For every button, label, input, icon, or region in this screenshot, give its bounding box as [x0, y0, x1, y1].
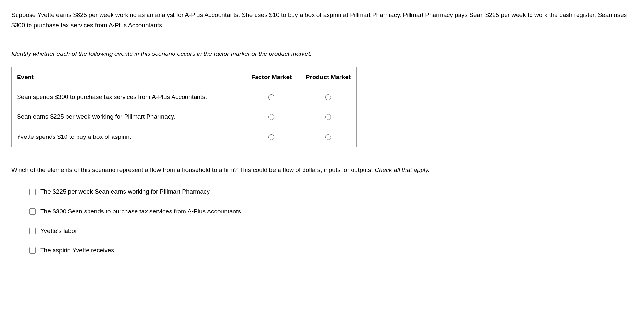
event-cell: Yvette spends $10 to buy a box of aspiri… [12, 127, 243, 147]
checkbox-option: The $225 per week Sean earns working for… [29, 187, 633, 197]
checkbox-label: The aspirin Yvette receives [40, 245, 114, 256]
header-event: Event [12, 67, 243, 87]
scenario-text: Suppose Yvette earns $825 per week worki… [11, 10, 633, 31]
instruction-text: Identify whether each of the following e… [11, 49, 633, 59]
question2-hint: Check all that apply. [375, 166, 430, 173]
radio-input[interactable] [325, 114, 331, 120]
question2-main: Which of the elements of this scenario r… [11, 166, 375, 173]
factor-cell [243, 87, 300, 107]
checkbox-option: The aspirin Yvette receives [29, 245, 633, 256]
checkbox-label: Yvette's labor [40, 226, 77, 236]
table-row: Sean earns $225 per week working for Pil… [12, 107, 357, 127]
event-cell: Sean spends $300 to purchase tax service… [12, 87, 243, 107]
radio-input[interactable] [325, 134, 331, 140]
market-table: Event Factor Market Product Market Sean … [11, 67, 357, 147]
radio-input[interactable] [268, 114, 274, 120]
table-row: Sean spends $300 to purchase tax service… [12, 87, 357, 107]
header-product: Product Market [300, 67, 357, 87]
checkbox-option: The $300 Sean spends to purchase tax ser… [29, 206, 633, 217]
radio-input[interactable] [325, 94, 331, 100]
factor-cell [243, 127, 300, 147]
radio-input[interactable] [268, 134, 274, 140]
checkbox-label: The $225 per week Sean earns working for… [40, 187, 210, 197]
question2-text: Which of the elements of this scenario r… [11, 165, 633, 175]
checkbox-option: Yvette's labor [29, 226, 633, 236]
event-cell: Sean earns $225 per week working for Pil… [12, 107, 243, 127]
product-cell [300, 127, 357, 147]
checkbox-list: The $225 per week Sean earns working for… [11, 187, 633, 256]
header-factor: Factor Market [243, 67, 300, 87]
table-header-row: Event Factor Market Product Market [12, 67, 357, 87]
checkbox-input[interactable] [29, 208, 36, 215]
checkbox-input[interactable] [29, 189, 36, 195]
checkbox-label: The $300 Sean spends to purchase tax ser… [40, 206, 241, 217]
product-cell [300, 87, 357, 107]
product-cell [300, 107, 357, 127]
checkbox-input[interactable] [29, 228, 36, 234]
checkbox-input[interactable] [29, 247, 36, 254]
factor-cell [243, 107, 300, 127]
table-row: Yvette spends $10 to buy a box of aspiri… [12, 127, 357, 147]
radio-input[interactable] [268, 94, 274, 100]
